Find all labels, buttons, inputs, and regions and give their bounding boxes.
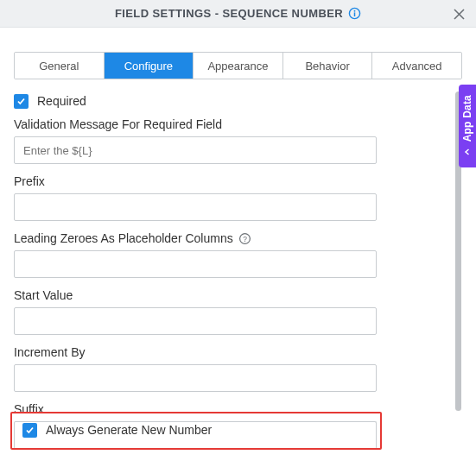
prefix-input[interactable] — [14, 193, 377, 221]
required-checkbox[interactable] — [14, 94, 29, 109]
increment-by-input[interactable] — [14, 364, 377, 392]
svg-point-1 — [354, 10, 356, 12]
info-icon[interactable] — [348, 7, 361, 20]
always-generate-checkbox[interactable] — [22, 423, 37, 438]
check-icon — [16, 97, 26, 106]
app-data-side-tab[interactable]: App Data — [459, 85, 476, 167]
increment-by-label: Increment By — [14, 345, 462, 359]
tab-behavior[interactable]: Behavior — [283, 53, 373, 79]
leading-zeroes-block: Leading Zeroes As Placeholder Columns ? — [14, 231, 462, 278]
svg-text:?: ? — [243, 234, 247, 243]
config-panel: Required Validation Message For Required… — [0, 78, 476, 467]
chevron-left-icon — [464, 147, 471, 157]
prefix-block: Prefix — [14, 174, 462, 221]
dialog-title: FIELD SETTINGS - SEQUENCE NUMBER — [115, 7, 361, 20]
required-row: Required — [14, 92, 462, 110]
validation-message-label: Validation Message For Required Field — [14, 117, 462, 131]
close-icon — [454, 9, 465, 20]
app-data-label: App Data — [461, 95, 473, 142]
dialog-title-text: FIELD SETTINGS - SEQUENCE NUMBER — [115, 7, 343, 20]
tab-general[interactable]: General — [15, 53, 105, 79]
check-icon — [25, 426, 35, 435]
highlight-box: Always Generate New Number — [10, 412, 382, 450]
increment-by-block: Increment By — [14, 345, 462, 392]
close-button[interactable] — [448, 3, 469, 24]
tab-advanced[interactable]: Advanced — [372, 53, 461, 79]
svg-rect-2 — [354, 12, 356, 16]
always-generate-label: Always Generate New Number — [46, 423, 212, 437]
start-value-block: Start Value — [14, 288, 462, 335]
validation-message-input[interactable] — [14, 136, 377, 164]
help-icon[interactable]: ? — [238, 232, 251, 245]
leading-zeroes-label: Leading Zeroes As Placeholder Columns ? — [14, 231, 462, 245]
tab-appearance[interactable]: Appearance — [194, 53, 283, 79]
tab-bar: General Configure Appearance Behavior Ad… — [14, 52, 462, 79]
dialog-header: FIELD SETTINGS - SEQUENCE NUMBER — [0, 0, 476, 28]
tab-configure[interactable]: Configure — [105, 53, 194, 79]
validation-message-block: Validation Message For Required Field — [14, 117, 462, 164]
leading-zeroes-input[interactable] — [14, 250, 377, 278]
required-label: Required — [37, 94, 86, 108]
start-value-input[interactable] — [14, 307, 377, 335]
start-value-label: Start Value — [14, 288, 462, 302]
prefix-label: Prefix — [14, 174, 462, 188]
